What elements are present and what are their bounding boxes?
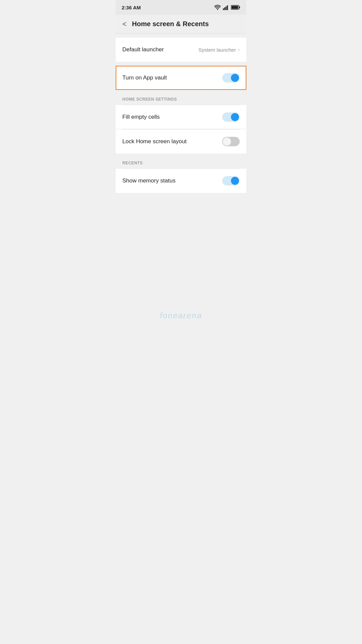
lock-home-screen-toggle[interactable] <box>222 137 240 146</box>
watermark: fonearena <box>116 298 246 327</box>
status-time: 2:36 AM <box>122 5 141 10</box>
home-screen-section-label: HOME SCREEN SETTINGS <box>122 97 177 102</box>
default-launcher-label: Default launcher <box>122 46 164 53</box>
default-launcher-section: Default launcher System launcher › <box>116 38 246 62</box>
svg-rect-6 <box>239 6 240 8</box>
section-gap-vault <box>116 62 246 66</box>
show-memory-status-row[interactable]: Show memory status <box>116 169 246 193</box>
svg-rect-2 <box>226 6 227 10</box>
fill-empty-cells-toggle-thumb <box>231 113 239 121</box>
fill-empty-cells-label: Fill empty cells <box>122 114 160 120</box>
app-vault-toggle-thumb <box>231 74 239 82</box>
svg-rect-3 <box>227 5 228 10</box>
status-icons <box>214 5 240 10</box>
show-memory-status-toggle-thumb <box>231 177 239 185</box>
chevron-right-icon: › <box>238 47 240 53</box>
app-vault-row[interactable]: Turn on App vault <box>116 66 246 90</box>
page-title: Home screen & Recents <box>132 20 209 28</box>
home-screen-settings-section: Fill empty cells Lock Home screen layout <box>116 105 246 154</box>
signal-icon <box>223 5 229 10</box>
fill-empty-cells-toggle[interactable] <box>222 112 240 122</box>
default-launcher-value: System launcher › <box>198 47 240 53</box>
lock-home-screen-row[interactable]: Lock Home screen layout <box>116 129 246 154</box>
app-vault-section: Turn on App vault <box>116 66 246 90</box>
recents-section-header: RECENTS <box>116 154 246 168</box>
show-memory-status-toggle[interactable] <box>222 176 240 185</box>
lock-home-screen-toggle-thumb <box>223 138 231 146</box>
app-vault-label: Turn on App vault <box>122 74 167 81</box>
battery-icon <box>231 5 240 10</box>
wifi-icon <box>214 5 221 10</box>
svg-rect-0 <box>223 8 224 10</box>
svg-rect-1 <box>224 7 225 10</box>
recents-section-label: RECENTS <box>122 161 143 165</box>
svg-rect-7 <box>232 6 238 9</box>
home-screen-section-header: HOME SCREEN SETTINGS <box>116 90 246 105</box>
svg-rect-4 <box>228 5 229 10</box>
status-bar: 2:36 AM <box>116 0 246 15</box>
content: Default launcher System launcher › Turn … <box>116 34 246 327</box>
back-button[interactable]: < <box>121 18 128 30</box>
show-memory-status-label: Show memory status <box>122 177 176 184</box>
default-launcher-value-text: System launcher <box>198 47 236 53</box>
bottom-area: fonearena <box>116 193 246 327</box>
fill-empty-cells-row[interactable]: Fill empty cells <box>116 105 246 129</box>
app-vault-toggle[interactable] <box>222 73 240 83</box>
lock-home-screen-label: Lock Home screen layout <box>122 138 187 145</box>
section-gap-top <box>116 34 246 38</box>
default-launcher-row[interactable]: Default launcher System launcher › <box>116 38 246 62</box>
top-bar: < Home screen & Recents <box>116 15 246 34</box>
recents-section: Show memory status <box>116 169 246 193</box>
